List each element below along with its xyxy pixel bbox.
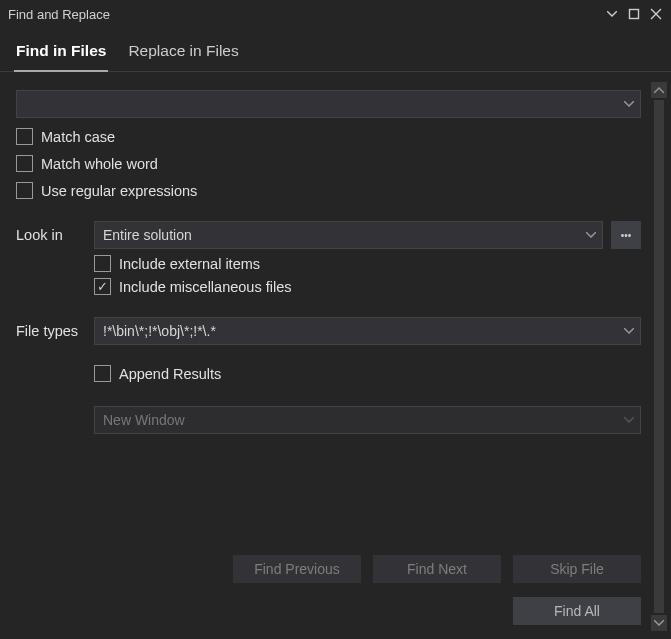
use-regex-checkbox[interactable]: [16, 182, 33, 199]
append-results-checkbox[interactable]: [94, 365, 111, 382]
include-external-label: Include external items: [119, 256, 260, 272]
file-types-value: !*\bin\*;!*\obj\*;!*\.*: [103, 323, 216, 339]
browse-button[interactable]: •••: [611, 221, 641, 249]
scroll-up-icon[interactable]: [651, 82, 667, 98]
include-external-checkbox[interactable]: [94, 255, 111, 272]
match-whole-word-checkbox[interactable]: [16, 155, 33, 172]
include-misc-checkbox[interactable]: [94, 278, 111, 295]
chevron-down-icon[interactable]: [586, 232, 596, 238]
search-term-input[interactable]: [16, 90, 641, 118]
maximize-icon[interactable]: [625, 5, 643, 23]
look-in-value: Entire solution: [103, 227, 192, 243]
match-case-label: Match case: [41, 129, 115, 145]
scroll-down-icon[interactable]: [651, 615, 667, 631]
tab-replace-in-files[interactable]: Replace in Files: [126, 36, 240, 72]
find-all-button[interactable]: Find All: [513, 597, 641, 625]
append-results-label: Append Results: [119, 366, 221, 382]
skip-file-button[interactable]: Skip File: [513, 555, 641, 583]
chevron-down-icon[interactable]: [624, 101, 634, 107]
match-case-checkbox[interactable]: [16, 128, 33, 145]
find-next-button[interactable]: Find Next: [373, 555, 501, 583]
find-previous-button[interactable]: Find Previous: [233, 555, 361, 583]
results-target-value: New Window: [103, 412, 185, 428]
tab-find-in-files[interactable]: Find in Files: [14, 36, 108, 72]
file-types-label: File types: [16, 323, 94, 339]
window-dropdown-icon[interactable]: [603, 5, 621, 23]
chevron-down-icon: [624, 417, 634, 423]
include-misc-label: Include miscellaneous files: [119, 279, 291, 295]
vertical-scrollbar[interactable]: [651, 82, 667, 631]
close-icon[interactable]: [647, 5, 665, 23]
chevron-down-icon[interactable]: [624, 328, 634, 334]
tab-bar: Find in Files Replace in Files: [0, 28, 671, 72]
match-whole-word-label: Match whole word: [41, 156, 158, 172]
results-target-dropdown: New Window: [94, 406, 641, 434]
svg-rect-0: [630, 10, 639, 19]
scroll-track[interactable]: [654, 100, 664, 613]
window-title: Find and Replace: [6, 7, 603, 22]
action-buttons: Find Previous Find Next Skip File Find A…: [233, 555, 641, 625]
use-regex-label: Use regular expressions: [41, 183, 197, 199]
look-in-label: Look in: [16, 227, 94, 243]
window-titlebar: Find and Replace: [0, 0, 671, 28]
file-types-dropdown[interactable]: !*\bin\*;!*\obj\*;!*\.*: [94, 317, 641, 345]
look-in-dropdown[interactable]: Entire solution: [94, 221, 603, 249]
ellipsis-icon: •••: [621, 230, 632, 241]
